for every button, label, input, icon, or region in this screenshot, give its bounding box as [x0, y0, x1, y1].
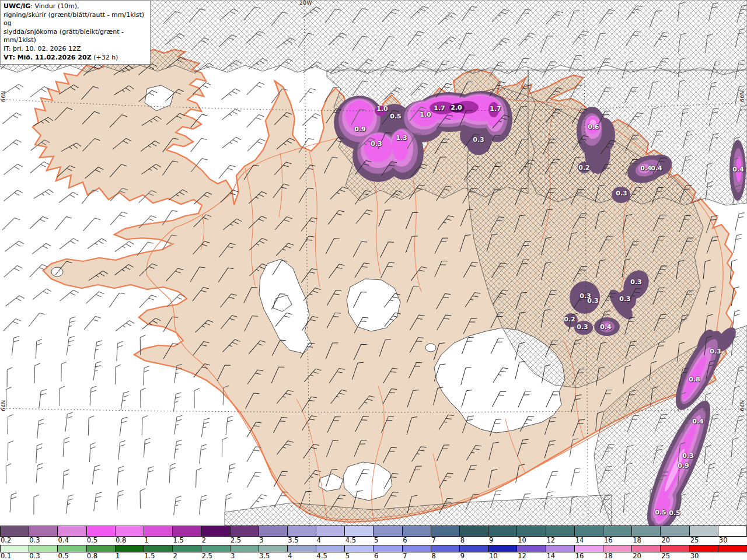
colorbar-tick-label: 2.5: [201, 552, 230, 559]
wind-barb-icon: [228, 463, 235, 483]
wind-barb-icon: [115, 240, 134, 256]
colorbar-tick-label: 8: [431, 552, 460, 559]
weather-forecast-map-app: 1.00.50.90.31.31.01.72.01.70.30.60.20.40…: [0, 0, 747, 560]
wind-barb-icon: [83, 216, 100, 235]
colorbar-tick-label: 20: [661, 537, 689, 545]
wind-barb-icon: [174, 495, 181, 516]
precip-value-label: 0.2: [564, 316, 575, 323]
colorbar-cell: [575, 545, 603, 552]
colorbar-tick-label: 10: [488, 552, 517, 559]
wind-barb-icon: [117, 490, 124, 510]
colorbar-tick-label: 1: [144, 537, 172, 545]
colorbar-cell: [690, 545, 718, 552]
wind-barb-icon: [94, 492, 102, 512]
colorbar-cell: [546, 526, 575, 536]
wind-barb-icon: [89, 442, 96, 462]
wind-barb-icon: [88, 416, 94, 436]
colorbar-tick-label: 25: [661, 552, 689, 559]
colorbar-tick-label: 14: [575, 537, 603, 545]
wind-barb-icon: [32, 242, 51, 258]
wind-barb-icon: [146, 466, 154, 487]
wind-barb-icon: [5, 294, 24, 310]
wind-barb-icon: [141, 388, 146, 408]
colorbar-tick-label: 18: [632, 537, 661, 545]
wind-barb-icon: [4, 317, 21, 335]
colorbar-cell: [460, 545, 488, 552]
colorbar-cell: [144, 545, 173, 552]
colorbar-cell: [116, 545, 144, 552]
colorbar-cell: [374, 545, 402, 552]
weather-map: 1.00.50.90.31.31.01.72.01.70.30.60.20.40…: [0, 0, 747, 526]
colorbar-cell: [144, 526, 173, 536]
wind-barb-icon: [86, 290, 104, 307]
colorbar-tick-label: 3.5: [259, 552, 287, 559]
wind-barb-icon: [302, 112, 320, 130]
wind-barb-icon: [4, 189, 22, 205]
wind-barb-icon: [88, 237, 107, 253]
wind-barb-icon: [63, 470, 69, 489]
wind-barb-icon: [8, 441, 13, 461]
wind-barb-icon: [142, 415, 148, 435]
wind-barb-icon: [60, 237, 79, 253]
colorbar-cell: [288, 526, 316, 536]
precip-value-label: 0.4: [640, 164, 652, 172]
precip-value-label: 0.4: [692, 418, 704, 425]
colorbar-cell: [661, 545, 689, 552]
colorbar-sleet-snow-labels: 0.20.30.40.50.811.522.533.544.5567891012…: [0, 537, 747, 545]
colorbar-cell: [173, 526, 201, 536]
precip-value-label: 0.4: [732, 166, 744, 173]
wind-barb-icon: [5, 240, 24, 256]
colorbar-cell: [460, 526, 488, 536]
colorbar-tick-label: 14: [546, 552, 574, 559]
colorbar-tick-label: 0.5: [57, 552, 86, 559]
colorbar-cell: [58, 526, 86, 536]
colorbar-tick-label: 16: [603, 537, 632, 545]
colorbar-tick-label: 0.3: [29, 552, 57, 559]
colorbar-cell: [316, 545, 345, 552]
wind-barb-icon: [92, 464, 100, 485]
colorbar-tick-label: 7: [402, 552, 431, 559]
model-name: UWC/IG: [4, 2, 30, 10]
info-line-valid-time: VT: Mið. 11.02.2026 20Z (+32 h): [4, 54, 147, 62]
wind-barb-icon: [200, 495, 207, 515]
wind-barb-icon: [222, 107, 240, 124]
colorbar-tick-label: 7: [431, 537, 460, 545]
glacier-tungnafellsjokull: [425, 344, 436, 352]
precip-value-label: 0.3: [587, 297, 599, 304]
wind-barb-icon: [2, 111, 21, 128]
precip-value-label: 0.8: [689, 376, 700, 383]
wind-barb-icon: [174, 439, 182, 460]
wind-barb-icon: [546, 470, 558, 490]
colorbar-cell: [288, 545, 316, 552]
colorbar-cell: [0, 526, 29, 536]
wind-barb-icon: [222, 438, 227, 457]
wind-barb-icon: [68, 316, 76, 337]
wind-barb-icon: [174, 415, 183, 435]
wind-barb-icon: [39, 388, 47, 409]
colorbar-cell: [173, 545, 201, 552]
wind-barb-icon: [10, 492, 16, 513]
colorbar-cell: [690, 526, 718, 536]
colorbar-cell: [231, 545, 259, 552]
precip-value-label: 1.7: [490, 105, 501, 113]
wind-barb-icon: [732, 309, 740, 330]
wind-barb-icon: [59, 191, 78, 207]
precip-value-label: 0.3: [616, 190, 627, 197]
wind-barb-icon: [7, 368, 12, 387]
precip-value-label: 1.0: [376, 105, 388, 113]
colorbar-tick-label: 9: [460, 552, 488, 559]
latitude-label-64n-right: 64N: [739, 400, 745, 411]
wind-barb-icon: [735, 212, 745, 232]
colorbar-cell: [316, 526, 345, 536]
colorbar-cell: [575, 526, 603, 536]
precip-value-label: 0.3: [710, 348, 721, 355]
precip-value-label: 0.3: [630, 278, 642, 286]
wind-barb-icon: [144, 438, 150, 458]
longitude-label-20w: 20W: [299, 0, 312, 6]
forecast-info-box: UWC/IG: Vindur (10m), rigning/skúrir (gr…: [0, 0, 151, 65]
colorbar-cell: [488, 526, 517, 536]
colorbar-cell: [345, 545, 374, 552]
wind-barb-icon: [36, 339, 42, 359]
wind-barb-icon: [6, 464, 11, 484]
colorbar-cell: [718, 545, 747, 552]
